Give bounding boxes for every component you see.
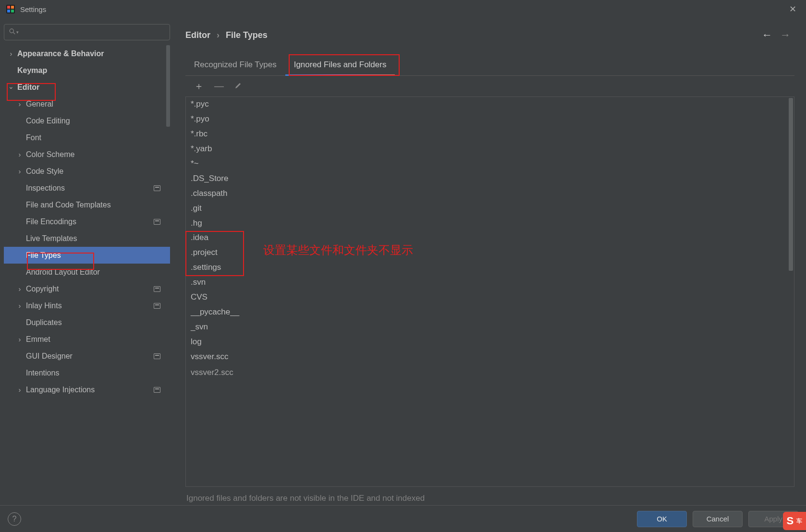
- tree-item-label: Font: [26, 133, 41, 142]
- pattern-item[interactable]: vssver.scc: [186, 350, 794, 364]
- svg-line-6: [13, 33, 15, 35]
- remove-button[interactable]: —: [214, 81, 224, 92]
- tree-item-gui-designer[interactable]: GUI Designer: [4, 348, 170, 364]
- tree-item-general[interactable]: General: [4, 96, 170, 112]
- dialog-footer: ? OK Cancel Apply: [0, 505, 806, 532]
- tree-item-label: File Encodings: [26, 218, 76, 226]
- help-button[interactable]: ?: [8, 512, 21, 526]
- pattern-item[interactable]: *~: [186, 157, 794, 171]
- tree-item-label: File Types: [26, 251, 61, 260]
- tree-item-label: Emmet: [26, 335, 50, 344]
- add-button[interactable]: ＋: [194, 80, 204, 93]
- scope-badge-icon: [154, 387, 160, 393]
- tree-item-appearance-behavior[interactable]: Appearance & Behavior: [4, 45, 170, 62]
- forward-icon[interactable]: →: [776, 29, 794, 41]
- tree-item-intentions[interactable]: Intentions: [4, 364, 170, 381]
- chevron-right-icon: [16, 386, 23, 394]
- content-area: Editor › File Types ← → Recognized File …: [174, 18, 806, 505]
- pattern-item[interactable]: vssver2.scc: [186, 365, 794, 380]
- ime-label: S: [787, 515, 794, 527]
- tab-recognized[interactable]: Recognized File Types: [185, 54, 285, 75]
- pattern-item[interactable]: .git: [186, 201, 794, 216]
- tabs: Recognized File Types Ignored Files and …: [185, 52, 794, 76]
- tree-item-android-layout-editor[interactable]: Android Layout Editor: [4, 264, 170, 280]
- main-layout: ▾ Appearance & BehaviorKeymapEditorGener…: [0, 18, 806, 505]
- edit-button[interactable]: [234, 81, 242, 92]
- tree-item-label: Code Editing: [26, 117, 70, 125]
- patterns-toolbar: ＋ —: [185, 76, 794, 97]
- back-icon[interactable]: ←: [758, 29, 776, 41]
- pattern-item[interactable]: .hg: [186, 216, 794, 231]
- tree-item-label: Android Layout Editor: [26, 268, 100, 277]
- chevron-right-icon: [8, 49, 14, 58]
- svg-point-5: [10, 29, 13, 33]
- tree-item-font[interactable]: Font: [4, 129, 170, 146]
- tree-item-file-types[interactable]: File Types: [4, 247, 170, 264]
- tree-item-label: Keymap: [17, 66, 47, 75]
- scope-badge-icon: [154, 286, 160, 292]
- pattern-item[interactable]: log: [186, 335, 794, 350]
- tree-item-code-style[interactable]: Code Style: [4, 163, 170, 180]
- pattern-item[interactable]: *.rbc: [186, 127, 794, 142]
- tab-ignored[interactable]: Ignored Files and Folders: [285, 54, 395, 75]
- tree-item-copyright[interactable]: Copyright: [4, 280, 170, 297]
- search-input[interactable]: ▾: [4, 24, 170, 40]
- chevron-right-icon: [16, 302, 23, 310]
- pattern-item[interactable]: .idea: [186, 230, 794, 245]
- hint-text: Ignored files and folders are not visibl…: [185, 487, 794, 505]
- scope-badge-icon: [154, 185, 160, 191]
- ime-indicator[interactable]: S 车: [783, 512, 806, 530]
- sidebar: ▾ Appearance & BehaviorKeymapEditorGener…: [0, 18, 174, 505]
- pattern-item[interactable]: .svn: [186, 275, 794, 290]
- tree-item-label: File and Code Templates: [26, 201, 111, 209]
- tree-item-inspections[interactable]: Inspections: [4, 180, 170, 196]
- tree-item-duplicates[interactable]: Duplicates: [4, 314, 170, 331]
- breadcrumb-leaf: File Types: [226, 30, 268, 40]
- app-icon: [6, 4, 15, 14]
- pattern-item[interactable]: .project: [186, 245, 794, 260]
- tree-item-label: Inspections: [26, 184, 65, 193]
- tree-item-label: Intentions: [26, 369, 59, 377]
- tree-item-live-templates[interactable]: Live Templates: [4, 230, 170, 247]
- tree-item-file-encodings[interactable]: File Encodings: [4, 213, 170, 230]
- pattern-item[interactable]: .DS_Store: [186, 171, 794, 186]
- pattern-item[interactable]: .settings: [186, 260, 794, 275]
- tree-item-inlay-hints[interactable]: Inlay Hints: [4, 297, 170, 314]
- chevron-right-icon: [16, 150, 23, 158]
- pattern-item[interactable]: *.yarb: [186, 142, 794, 157]
- tree-item-code-editing[interactable]: Code Editing: [4, 112, 170, 129]
- svg-rect-2: [11, 6, 14, 9]
- close-icon[interactable]: ✕: [785, 2, 800, 16]
- pattern-item[interactable]: CVS: [186, 290, 794, 305]
- window-title: Settings: [20, 5, 785, 13]
- tree-item-file-and-code-templates[interactable]: File and Code Templates: [4, 196, 170, 213]
- pattern-item[interactable]: *.pyo: [186, 112, 794, 127]
- tree-item-label: Language Injections: [26, 386, 95, 394]
- titlebar: Settings ✕: [0, 0, 806, 18]
- scrollbar-thumb[interactable]: [789, 98, 793, 271]
- breadcrumb: Editor › File Types: [185, 30, 758, 40]
- tree-item-editor[interactable]: Editor: [4, 79, 170, 96]
- breadcrumb-separator: ›: [217, 30, 220, 40]
- chevron-right-icon: [16, 100, 23, 108]
- chevron-down-icon: ▾: [16, 30, 19, 35]
- pattern-item[interactable]: __pycache__: [186, 305, 794, 320]
- tree-item-language-injections[interactable]: Language Injections: [4, 381, 170, 398]
- ok-button[interactable]: OK: [637, 511, 687, 527]
- cancel-button[interactable]: Cancel: [693, 511, 743, 527]
- chevron-down-icon: [8, 84, 14, 91]
- settings-tree: Appearance & BehaviorKeymapEditorGeneral…: [4, 45, 170, 505]
- search-icon: [9, 28, 15, 36]
- tree-item-keymap[interactable]: Keymap: [4, 62, 170, 79]
- tree-item-label: GUI Designer: [26, 352, 73, 361]
- tree-item-emmet[interactable]: Emmet: [4, 331, 170, 348]
- tree-item-label: General: [26, 100, 53, 109]
- tree-item-color-scheme[interactable]: Color Scheme: [4, 146, 170, 163]
- patterns-list[interactable]: *.pyc*.pyo*.rbc*.yarb*~.DS_Store.classpa…: [186, 97, 794, 486]
- svg-rect-1: [7, 6, 10, 9]
- chevron-right-icon: [16, 335, 23, 343]
- pattern-item[interactable]: .classpath: [186, 186, 794, 201]
- pattern-item[interactable]: _svn: [186, 320, 794, 335]
- chevron-right-icon: [16, 167, 23, 175]
- pattern-item[interactable]: *.pyc: [186, 97, 794, 112]
